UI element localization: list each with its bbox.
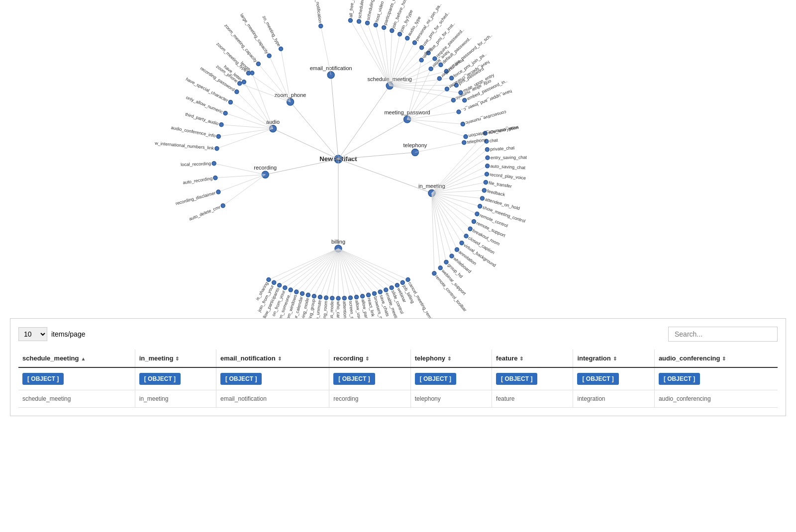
object-badge-in_meeting[interactable]: [ OBJECT ]: [139, 373, 181, 385]
svg-point-114: [444, 260, 448, 264]
td-recording[interactable]: [ OBJECT ]: [329, 367, 410, 390]
svg-line-38: [390, 59, 435, 86]
svg-point-87: [480, 196, 484, 200]
object-badge-audio_conferencing[interactable]: [ OBJECT ]: [659, 373, 700, 385]
th-schedule_meeting[interactable]: schedule_meeting▲: [18, 350, 135, 367]
svg-point-282: [437, 77, 441, 81]
svg-text:audio_conference_info: audio_conference_info: [171, 125, 216, 138]
object-badge-feature[interactable]: [ OBJECT ]: [496, 373, 537, 385]
td-schedule_meeting[interactable]: [ OBJECT ]: [18, 367, 135, 390]
svg-line-272: [338, 119, 407, 159]
svg-text:weak_enhance_detection: weak_enhance_detection: [468, 125, 519, 139]
svg-point-57: [463, 98, 467, 102]
object-badge-telephony[interactable]: [ OBJECT ]: [415, 373, 456, 385]
td-in_meeting[interactable]: [ OBJECT ]: [135, 367, 216, 390]
svg-point-228: [312, 294, 316, 298]
svg-text:feedback: feedback: [487, 188, 505, 197]
svg-point-264: [256, 62, 260, 66]
svg-line-143: [331, 75, 338, 159]
td-schedule_meeting: schedule_meeting: [18, 390, 135, 408]
svg-point-141: [462, 141, 466, 145]
svg-line-212: [338, 249, 344, 298]
svg-point-180: [406, 277, 410, 281]
svg-line-206: [338, 249, 357, 297]
svg-point-195: [378, 290, 382, 294]
svg-text:screen_sharing: screen_sharing: [348, 300, 356, 318]
th-integration[interactable]: integration⇕: [573, 350, 654, 367]
object-badge-recording[interactable]: [ OBJECT ]: [333, 373, 375, 385]
search-input[interactable]: [668, 327, 778, 342]
th-email_notification[interactable]: email_notification⇕: [216, 350, 329, 367]
svg-point-168: [235, 90, 239, 94]
svg-line-101: [432, 193, 466, 236]
svg-line-149: [273, 129, 338, 159]
th-telephony[interactable]: telephony⇕: [410, 350, 492, 367]
svg-point-198: [372, 291, 376, 295]
svg-point-183: [400, 280, 404, 284]
svg-point-186: [395, 283, 399, 287]
td-email_notification[interactable]: [ OBJECT ]: [216, 367, 329, 390]
svg-line-203: [338, 249, 363, 296]
svg-point-153: [215, 147, 219, 151]
svg-point-147: [319, 24, 323, 28]
svg-line-251: [269, 249, 338, 279]
svg-point-48: [450, 76, 454, 80]
svg-line-185: [338, 249, 397, 285]
svg-line-236: [297, 249, 338, 292]
th-in_meeting[interactable]: in_meeting⇕: [135, 350, 216, 367]
svg-text:third_party_audio: third_party_audio: [185, 112, 219, 126]
td-telephony[interactable]: [ OBJECT ]: [410, 367, 492, 390]
items-per-page-select[interactable]: 102550100: [18, 327, 47, 341]
th-feature[interactable]: feature⇕: [492, 350, 573, 367]
svg-point-270: [279, 47, 283, 51]
object-badge-email_notification[interactable]: [ OBJECT ]: [220, 373, 262, 385]
svg-point-99: [468, 227, 472, 231]
search-box: [668, 327, 778, 342]
svg-point-165: [228, 100, 232, 104]
td-in_meeting: in_meeting: [135, 390, 216, 408]
svg-point-102: [464, 234, 468, 238]
svg-point-231: [306, 293, 310, 297]
table-row: [ OBJECT ][ OBJECT ][ OBJECT ][ OBJECT ]…: [18, 367, 778, 390]
object-badge-integration[interactable]: [ OBJECT ]: [577, 373, 618, 385]
svg-point-126: [221, 204, 225, 208]
svg-point-258: [238, 82, 242, 86]
svg-point-261: [246, 71, 250, 75]
svg-point-6: [348, 18, 352, 22]
td-audio_conferencing[interactable]: [ OBJECT ]: [654, 367, 778, 390]
svg-point-207: [355, 295, 359, 299]
svg-line-230: [308, 249, 338, 295]
svg-point-243: [283, 286, 287, 290]
th-audio_conferencing[interactable]: audio_conferencing⇕: [654, 350, 778, 367]
svg-line-182: [338, 249, 402, 282]
svg-line-113: [432, 193, 446, 262]
items-per-page-label: items/page: [51, 330, 85, 338]
svg-point-276: [419, 58, 423, 62]
svg-point-78: [485, 172, 489, 176]
svg-point-93: [475, 212, 479, 216]
td-integration[interactable]: [ OBJECT ]: [573, 367, 654, 390]
svg-text:billing: billing: [331, 239, 345, 245]
object-badge-schedule_meeting[interactable]: [ OBJECT ]: [22, 373, 64, 385]
svg-point-216: [336, 296, 340, 300]
svg-point-279: [429, 67, 433, 71]
svg-text:entry_saving_chat: entry_saving_chat: [491, 155, 527, 161]
svg-point-294: [461, 122, 465, 126]
svg-point-12: [365, 21, 369, 25]
svg-point-69: [485, 148, 489, 152]
svg-line-59: [338, 159, 432, 193]
svg-point-15: [374, 23, 378, 27]
svg-text:focus_mode: focus_mode: [328, 301, 334, 318]
items-per-page-control: 102550100 items/page: [18, 327, 85, 341]
svg-point-30: [412, 41, 416, 45]
svg-text:auto_saving_chat: auto_saving_chat: [490, 164, 525, 170]
svg-text:zoom_phone: zoom_phone: [275, 92, 306, 98]
th-recording[interactable]: recording⇕: [329, 350, 410, 367]
svg-text:consecutive_numeric: consecutive_numeric: [465, 109, 507, 126]
svg-point-240: [289, 288, 293, 292]
td-feature[interactable]: [ OBJECT ]: [492, 367, 573, 390]
svg-point-201: [367, 293, 371, 297]
svg-point-285: [445, 87, 449, 91]
svg-point-222: [324, 296, 328, 300]
svg-point-246: [278, 283, 282, 287]
